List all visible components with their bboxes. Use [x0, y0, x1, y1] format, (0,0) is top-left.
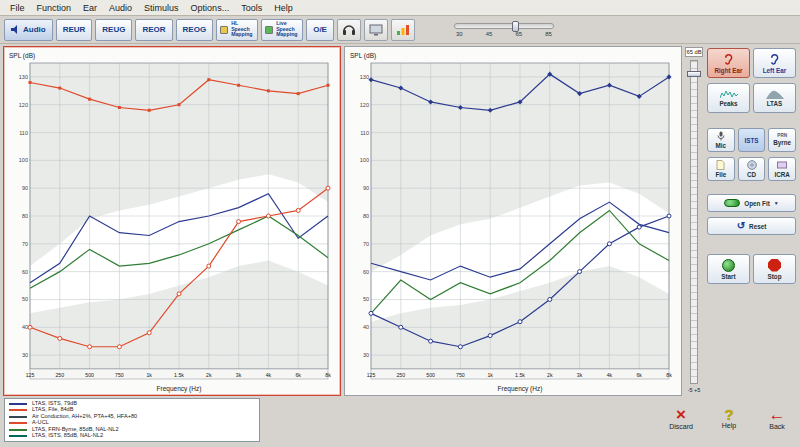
svg-text:250: 250 [396, 372, 405, 378]
left-ear-spl-chart[interactable]: 304050607080901001101201301252505007501k… [347, 49, 677, 393]
hl-speech-icon [220, 26, 228, 34]
svg-text:100: 100 [19, 157, 28, 163]
reog-button[interactable]: REOG [176, 19, 214, 41]
hl-speech-label: HL Speech Mapping [231, 21, 254, 39]
svg-text:2k: 2k [206, 372, 212, 378]
svg-text:130: 130 [360, 74, 369, 80]
ists-button[interactable]: ISTS [738, 128, 766, 152]
legend-swatch [9, 435, 27, 437]
main-area: 304050607080901001101201301252505007501k… [0, 44, 800, 396]
byrne-prn-label: PRN [777, 134, 787, 139]
ltas-button[interactable]: LTAS [753, 83, 796, 113]
legend-swatch [9, 416, 27, 418]
stop-button[interactable]: Stop [753, 254, 796, 284]
mic-button[interactable]: Mic [707, 128, 735, 152]
output-level-track[interactable] [454, 23, 554, 29]
right-ear-chart-panel[interactable]: 304050607080901001101201301252505007501k… [3, 46, 341, 396]
output-level-slider[interactable]: 30 45 65 85 [454, 23, 554, 37]
svg-text:2k: 2k [547, 372, 553, 378]
toolbar: Audio REUR REUG REOR REOG HL Speech Mapp… [0, 16, 800, 44]
peaks-label: Peaks [719, 100, 737, 107]
svg-text:80: 80 [363, 213, 369, 219]
live-speech-icon [265, 26, 273, 34]
reur-button[interactable]: REUR [56, 19, 93, 41]
discard-button[interactable]: × Discard [662, 398, 700, 438]
svg-text:125: 125 [26, 372, 35, 378]
level-meter-button[interactable] [391, 19, 415, 41]
legend-swatch [9, 422, 27, 424]
tick-45: 45 [486, 31, 493, 37]
occluded-ear-button[interactable]: O/E [306, 19, 334, 41]
back-button[interactable]: ← Back [758, 398, 796, 438]
headphones-icon [342, 23, 356, 36]
menu-item-ear[interactable]: Ear [77, 2, 103, 14]
display-button[interactable] [364, 19, 388, 41]
audio-button-label: Audio [23, 25, 46, 34]
svg-text:50: 50 [363, 296, 369, 302]
headphones-button[interactable] [337, 19, 361, 41]
start-icon [722, 259, 735, 272]
svg-text:4k: 4k [266, 372, 272, 378]
reug-label: REUG [102, 25, 125, 34]
open-fit-button[interactable]: Open Fit ▼ [707, 194, 796, 212]
speaker-icon [11, 25, 20, 34]
svg-text:120: 120 [19, 102, 28, 108]
reor-button[interactable]: REOR [135, 19, 172, 41]
discard-label: Discard [669, 423, 693, 430]
back-label: Back [769, 423, 785, 430]
reor-label: REOR [142, 25, 165, 34]
legend-swatch [9, 429, 27, 431]
help-icon: ? [724, 407, 733, 422]
left-ear-chart-panel[interactable]: 304050607080901001101201301252505007501k… [344, 46, 682, 396]
svg-text:60: 60 [22, 269, 28, 275]
help-button[interactable]: ? Help [710, 398, 748, 438]
open-fit-icon [724, 199, 740, 207]
left-ear-button[interactable]: Left Ear [753, 48, 796, 78]
live-speech-mapping-button[interactable]: Live Speech Mapping [261, 19, 303, 41]
gain-adjust-slider: 65 dB -5 +5 [685, 46, 703, 394]
legend-swatch [9, 403, 27, 405]
right-ear-button[interactable]: Right Ear [707, 48, 750, 78]
svg-text:70: 70 [363, 241, 369, 247]
vertical-slider-thumb[interactable] [687, 71, 701, 77]
cd-icon [747, 160, 757, 170]
svg-text:8k: 8k [666, 372, 672, 378]
tick-85: 85 [545, 31, 552, 37]
svg-text:500: 500 [85, 372, 94, 378]
cd-label: CD [747, 171, 756, 178]
file-button[interactable]: File [707, 157, 735, 181]
byrne-label: Byrne [773, 139, 791, 146]
peaks-button[interactable]: Peaks [707, 83, 750, 113]
hl-speech-mapping-button[interactable]: HL Speech Mapping [216, 19, 258, 41]
svg-text:8k: 8k [325, 372, 331, 378]
output-level-ticks: 30 45 65 85 [454, 31, 554, 37]
reset-button[interactable]: ↺ Reset [707, 217, 796, 235]
audio-button[interactable]: Audio [4, 19, 53, 41]
byrne-button[interactable]: PRN Byrne [768, 128, 796, 152]
menu-item-function[interactable]: Function [31, 2, 78, 14]
oe-label: O/E [313, 25, 327, 34]
menu-item-audio[interactable]: Audio [103, 2, 138, 14]
stop-label: Stop [768, 273, 782, 280]
menu-bar: File Function Ear Audio Stimulus Options… [0, 0, 800, 16]
menu-item-tools[interactable]: Tools [235, 2, 268, 14]
menu-item-help[interactable]: Help [268, 2, 299, 14]
right-ear-spl-chart[interactable]: 304050607080901001101201301252505007501k… [6, 49, 336, 393]
reug-button[interactable]: REUG [95, 19, 132, 41]
svg-text:90: 90 [22, 185, 28, 191]
svg-text:30: 30 [22, 352, 28, 358]
live-speech-label: Live Speech Mapping [276, 21, 299, 39]
vertical-slider-track[interactable] [690, 60, 698, 384]
icra-icon [777, 160, 787, 170]
legend-label: LTAS, ISTS, 85dB, NAL-NL2 [32, 433, 103, 439]
menu-item-stimulus[interactable]: Stimulus [138, 2, 185, 14]
start-button[interactable]: Start [707, 254, 750, 284]
svg-text:60: 60 [363, 269, 369, 275]
menu-item-options[interactable]: Options... [185, 2, 236, 14]
menu-item-file[interactable]: File [4, 2, 31, 14]
cd-button[interactable]: CD [738, 157, 766, 181]
icra-button[interactable]: ICRA [768, 157, 796, 181]
svg-text:4k: 4k [607, 372, 613, 378]
output-level-thumb[interactable] [512, 21, 519, 32]
file-label: File [715, 171, 726, 178]
